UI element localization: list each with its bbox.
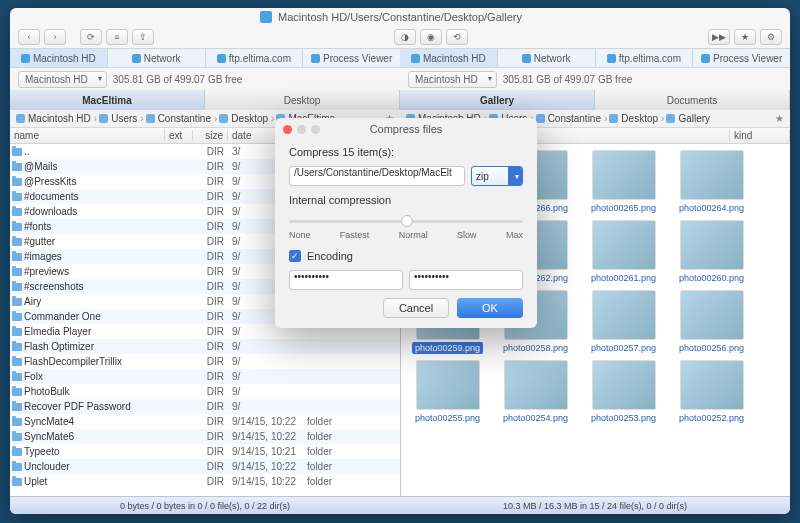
folder-icon <box>146 114 155 123</box>
folder-icon <box>12 148 22 156</box>
preview-button[interactable]: ◉ <box>420 29 442 45</box>
ok-button[interactable]: OK <box>457 298 523 318</box>
play-button[interactable]: ▶▶ <box>708 29 730 45</box>
breadcrumb-item[interactable]: Macintosh HD › <box>16 113 97 124</box>
tab-maceltima[interactable]: MacEltima <box>10 90 205 110</box>
segment-process-viewer[interactable]: Process Viewer <box>303 49 400 67</box>
table-row[interactable]: Recover PDF PasswordDIR9/ <box>10 399 400 414</box>
forward-button[interactable]: › <box>44 29 66 45</box>
thumbnail-caption: photo00255.png <box>412 412 483 424</box>
compression-slider[interactable]: NoneFastestNormalSlowMax <box>289 214 523 242</box>
slider-marks: NoneFastestNormalSlowMax <box>289 230 523 240</box>
close-icon[interactable] <box>283 125 292 134</box>
col-kind[interactable]: kind <box>730 130 790 141</box>
table-row[interactable]: FolxDIR9/ <box>10 369 400 384</box>
slider-knob[interactable] <box>401 215 413 227</box>
col-size[interactable]: size <box>193 130 228 141</box>
left-volume-select[interactable]: Macintosh HD <box>18 71 107 88</box>
segment-process-viewer[interactable]: Process Viewer <box>693 49 790 67</box>
disk-icon <box>311 54 320 63</box>
table-row[interactable]: PhotoBulkDIR9/ <box>10 384 400 399</box>
table-row[interactable]: FlashDecompilerTrillixDIR9/ <box>10 354 400 369</box>
table-row[interactable]: UpletDIR9/14/15, 10:22 folder <box>10 474 400 489</box>
thumbnail-caption: photo00265.png <box>588 202 659 214</box>
slider-mark: Slow <box>457 230 477 240</box>
segment-network[interactable]: Network <box>498 49 596 67</box>
table-row[interactable]: UnclouderDIR9/14/15, 10:22 folder <box>10 459 400 474</box>
segment-ftp-eltima-com[interactable]: ftp.eltima.com <box>206 49 304 67</box>
thumbnail-caption: photo00254.png <box>500 412 571 424</box>
breadcrumb-item[interactable]: Desktop › <box>609 113 664 124</box>
segment-network[interactable]: Network <box>108 49 206 67</box>
statusbar: 0 bytes / 0 bytes in 0 / 0 file(s), 0 / … <box>10 496 790 514</box>
favorite-button[interactable]: ★ <box>734 29 756 45</box>
right-status: 10.3 MB / 16.3 MB in 15 / 24 file(s), 0 … <box>400 497 790 514</box>
table-row[interactable]: Flash OptimizerDIR9/ <box>10 339 400 354</box>
table-row[interactable]: SyncMate6DIR9/14/15, 10:22 folder <box>10 429 400 444</box>
folder-icon <box>12 343 22 351</box>
cancel-button[interactable]: Cancel <box>383 298 449 318</box>
dialog-titlebar: Compress files <box>275 118 537 140</box>
settings-button[interactable]: ⚙ <box>760 29 782 45</box>
disk-icon <box>522 54 531 63</box>
image-icon <box>592 290 656 340</box>
encoding-checkbox[interactable]: ✓ <box>289 250 301 262</box>
breadcrumb-item[interactable]: Gallery <box>666 113 710 124</box>
thumbnail[interactable]: photo00257.png <box>583 290 665 354</box>
thumbnail[interactable]: photo00261.png <box>583 220 665 284</box>
star-icon[interactable]: ★ <box>775 113 784 124</box>
breadcrumb-item[interactable]: Desktop › <box>219 113 274 124</box>
segment-ftp-eltima-com[interactable]: ftp.eltima.com <box>596 49 694 67</box>
col-name[interactable]: name <box>10 130 165 141</box>
main-toolbar: ‹ › ⟳ ≡ ⇪ ◑ ◉ ⟲ ▶▶ ★ ⚙ <box>10 26 790 48</box>
image-icon <box>416 360 480 410</box>
image-icon <box>504 360 568 410</box>
folder-icon <box>12 448 22 456</box>
encoding-label: Encoding <box>307 250 353 262</box>
breadcrumb-item[interactable]: Constantine › <box>146 113 218 124</box>
breadcrumb-item[interactable]: Users › <box>99 113 143 124</box>
output-path-field[interactable]: /Users/Constantine/Desktop/MacElt <box>289 166 465 186</box>
refresh-button[interactable]: ⟳ <box>80 29 102 45</box>
thumbnail[interactable]: photo00252.png <box>671 360 753 424</box>
col-ext[interactable]: ext <box>165 130 193 141</box>
compression-label: Internal compression <box>289 194 523 206</box>
thumbnail[interactable]: photo00260.png <box>671 220 753 284</box>
share-button[interactable]: ⇪ <box>132 29 154 45</box>
segment-macintosh-hd[interactable]: Macintosh HD <box>400 49 498 67</box>
password-confirm-field[interactable]: •••••••••• <box>409 270 523 290</box>
format-select[interactable]: zip <box>471 166 523 186</box>
breadcrumb-item[interactable]: Constantine › <box>536 113 608 124</box>
segment-macintosh-hd[interactable]: Macintosh HD <box>10 49 108 67</box>
left-free-space: 305.81 GB of 499.07 GB free <box>113 74 243 85</box>
thumbnail[interactable]: photo00256.png <box>671 290 753 354</box>
slider-mark: Normal <box>399 230 428 240</box>
password-field[interactable]: •••••••••• <box>289 270 403 290</box>
folder-icon <box>609 114 618 123</box>
folder-icon <box>12 253 22 261</box>
table-row[interactable]: SyncMate4DIR9/14/15, 10:22 folder <box>10 414 400 429</box>
thumbnail-caption: photo00252.png <box>676 412 747 424</box>
right-volume-select[interactable]: Macintosh HD <box>408 71 497 88</box>
folder-icon <box>12 463 22 471</box>
sync-button[interactable]: ⟲ <box>446 29 468 45</box>
thumbnail[interactable]: photo00265.png <box>583 150 665 214</box>
queue-button[interactable]: ≡ <box>106 29 128 45</box>
thumbnail[interactable]: photo00254.png <box>495 360 577 424</box>
image-icon <box>680 220 744 270</box>
table-row[interactable]: TypeetoDIR9/14/15, 10:21 folder <box>10 444 400 459</box>
thumbnail-caption: photo00253.png <box>588 412 659 424</box>
compress-dialog: Compress files Compress 15 item(s): /Use… <box>275 118 537 328</box>
toggle-button[interactable]: ◑ <box>394 29 416 45</box>
thumbnail[interactable]: photo00264.png <box>671 150 753 214</box>
tab-desktop[interactable]: Desktop <box>205 90 400 110</box>
thumbnail[interactable]: photo00253.png <box>583 360 665 424</box>
right-free-space: 305.81 GB of 499.07 GB free <box>503 74 633 85</box>
tab-documents[interactable]: Documents <box>595 90 790 110</box>
thumbnail[interactable]: photo00255.png <box>407 360 489 424</box>
left-segment-bar: Macintosh HDNetworkftp.eltima.comProcess… <box>10 48 400 68</box>
thumbnail-caption: photo00264.png <box>676 202 747 214</box>
back-button[interactable]: ‹ <box>18 29 40 45</box>
tab-gallery[interactable]: Gallery <box>400 90 595 110</box>
minimize-icon <box>297 125 306 134</box>
